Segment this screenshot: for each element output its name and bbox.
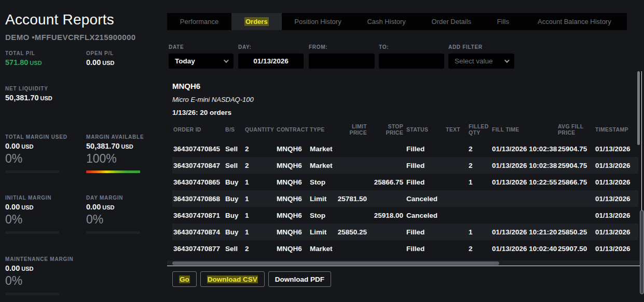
table-horizontal-scrollbar-track[interactable] xyxy=(167,260,641,266)
tab-account-balance-history[interactable]: Account Balance History xyxy=(522,13,627,30)
col-timestamp: TIMESTAMP xyxy=(594,119,638,140)
tab-cash-history[interactable]: Cash History xyxy=(354,13,419,30)
order-row: 364307470877 Sell 2 MNQH6 Market Filled … xyxy=(172,240,638,257)
page-title: Account Reports xyxy=(5,11,167,28)
go-button[interactable]: Go xyxy=(172,271,197,287)
cell-status: Filled xyxy=(405,157,445,174)
cell-limit-price: 25781.50 xyxy=(336,190,369,207)
contract-symbol: MNQH6 xyxy=(172,82,641,90)
download-pdf-button[interactable]: Download PDF xyxy=(268,271,331,287)
download-csv-button[interactable]: Download CSV xyxy=(200,271,265,287)
tab-orders[interactable]: Orders xyxy=(231,13,281,30)
cell-contract: MNQH6 xyxy=(276,190,309,207)
orders-table-body: 364307470845 Sell 2 MNQH6 Market Filled … xyxy=(172,140,638,257)
tab-performance[interactable]: Performance xyxy=(167,13,231,30)
day-date-input[interactable] xyxy=(238,54,304,69)
cell-fill-time xyxy=(491,207,557,224)
cell-bs: Buy xyxy=(224,190,244,207)
order-row: 364307470868 Buy 1 MNQH6 Limit 25781.50 … xyxy=(172,190,638,207)
cell-fill-time: 01/13/2026 10:02:38 xyxy=(491,140,557,157)
table-vertical-scrollbar[interactable] xyxy=(637,71,640,145)
order-row: 364307470847 Sell 2 MNQH6 Market Filled … xyxy=(172,157,638,174)
cell-text xyxy=(445,240,468,257)
cell-limit-price xyxy=(336,240,369,257)
col-quantity: QUANTITY xyxy=(244,119,276,140)
cell-bs: Sell xyxy=(224,140,244,157)
tab-fills[interactable]: Fills xyxy=(484,13,522,30)
cell-avg-fill-price: 25866.75 xyxy=(557,174,594,190)
add-filter-group: ADD FILTER Select value xyxy=(448,44,514,69)
cell-bs: Sell xyxy=(224,240,244,257)
col-avg-fill-price: AVG FILL PRICE xyxy=(557,119,594,140)
open-pl-label: OPEN P/L xyxy=(86,50,164,56)
cell-quantity: 1 xyxy=(244,190,276,207)
orders-table-header: ORDER ID B/S QUANTITY CONTRACT TYPE LIMI… xyxy=(172,119,638,140)
margin-available-percent: 100% xyxy=(86,152,164,166)
order-row: 364307470865 Buy 1 MNQH6 Stop 25866.75 F… xyxy=(172,174,638,190)
total-pl-label: TOTAL P/L xyxy=(5,50,86,56)
col-filled-qty: FILLED QTY xyxy=(468,119,491,140)
from-date-input[interactable] xyxy=(309,54,375,69)
cell-stop-price xyxy=(369,224,405,240)
net-liquidity-label: NET LIQUIDITY xyxy=(5,86,167,91)
table-horizontal-scrollbar-thumb[interactable] xyxy=(172,261,499,265)
cell-limit-price xyxy=(336,140,369,157)
cell-timestamp: 01/13/2026 xyxy=(594,140,638,157)
cell-filled-qty: 1 xyxy=(468,174,491,190)
cell-quantity: 1 xyxy=(244,224,276,240)
cell-contract: MNQH6 xyxy=(276,157,309,174)
cell-bs: Buy xyxy=(224,207,244,224)
cell-type: Market xyxy=(309,157,336,174)
cell-order-id: 364307470847 xyxy=(172,157,224,174)
report-actions: Go Download CSV Download PDF xyxy=(172,271,331,287)
page-vertical-scrollbar[interactable] xyxy=(640,210,644,294)
cell-avg-fill-price: 25904.75 xyxy=(557,157,594,174)
order-row: 364307470871 Buy 1 MNQH6 Stop 25918.00 C… xyxy=(172,207,638,224)
total-pl-value: 571.80USD xyxy=(5,58,86,67)
cell-order-id: 364307470874 xyxy=(172,224,224,240)
cell-text xyxy=(445,190,468,207)
initial-margin-bar xyxy=(5,231,59,234)
cell-quantity: 1 xyxy=(244,174,276,190)
col-stop-price: STOP PRICE xyxy=(369,119,405,140)
cell-avg-fill-price xyxy=(557,207,594,224)
cell-bs: Buy xyxy=(224,224,244,240)
tab-position-history[interactable]: Position History xyxy=(282,13,354,30)
cell-status: Filled xyxy=(405,174,445,190)
col-contract: CONTRACT xyxy=(276,119,309,140)
order-row: 364307470845 Sell 2 MNQH6 Market Filled … xyxy=(172,140,638,157)
cell-stop-price xyxy=(369,157,405,174)
col-fill-time: FILL TIME xyxy=(491,119,557,140)
date-filter-label: DATE xyxy=(169,44,234,54)
cell-status: Filled xyxy=(405,224,445,240)
date-range-select[interactable]: Today xyxy=(169,54,234,69)
cell-stop-price xyxy=(369,240,405,257)
cell-contract: MNQH6 xyxy=(276,174,309,190)
tab-order-details[interactable]: Order Details xyxy=(419,13,484,30)
cell-contract: MNQH6 xyxy=(276,140,309,157)
orders-count-summary: 1/13/26: 20 orders xyxy=(172,109,641,116)
maintenance-margin-percent: 0% xyxy=(5,274,86,288)
to-date-input[interactable] xyxy=(379,54,444,69)
day-filter-group: DAY: xyxy=(238,44,304,69)
to-filter-label: TO: xyxy=(379,44,444,54)
net-liquidity-stat: NET LIQUIDITY 50,381.70USD xyxy=(5,86,167,102)
day-margin-percent: 0% xyxy=(86,213,164,227)
contract-description: Micro E-mini NASDAQ-100 xyxy=(172,96,641,103)
cell-type: Stop xyxy=(309,207,336,224)
cell-quantity: 2 xyxy=(244,140,276,157)
cell-contract: MNQH6 xyxy=(276,224,309,240)
cell-avg-fill-price: 25904.75 xyxy=(557,140,594,157)
cell-avg-fill-price xyxy=(557,190,594,207)
day-filter-label: DAY: xyxy=(238,44,304,54)
margin-available-gradient-bar xyxy=(86,170,140,173)
add-filter-label: ADD FILTER xyxy=(448,44,514,54)
cell-text xyxy=(445,157,468,174)
add-filter-select[interactable]: Select value xyxy=(448,54,514,69)
cell-limit-price xyxy=(336,207,369,224)
col-bs: B/S xyxy=(224,119,244,140)
cell-timestamp: 01/13/2026 xyxy=(594,240,638,257)
total-margin-used-bar xyxy=(5,170,59,173)
cell-stop-price: 25866.75 xyxy=(369,174,405,190)
account-summary-sidebar: Account Reports DEMO •MFFUEVCRFLX2159000… xyxy=(0,0,167,302)
